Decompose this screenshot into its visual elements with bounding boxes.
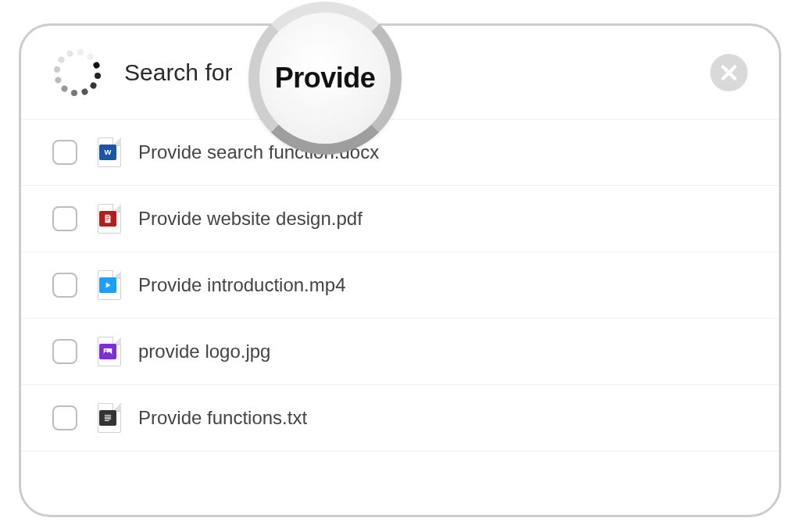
result-row[interactable]: provide logo.jpg <box>21 319 779 385</box>
svg-point-2 <box>105 349 107 351</box>
filename: Provide website design.pdf <box>138 208 362 230</box>
filename: provide logo.jpg <box>138 341 270 362</box>
filename: Provide search function.docx <box>138 141 379 163</box>
word-file-icon: W <box>98 137 121 167</box>
filename: Provide functions.txt <box>138 407 307 429</box>
result-row[interactable]: Provide website design.pdf <box>21 186 779 252</box>
video-file-icon <box>98 270 121 300</box>
search-label: Search for <box>124 59 232 86</box>
result-row[interactable]: Provide introduction.mp4 <box>21 252 779 319</box>
select-checkbox[interactable] <box>52 405 77 430</box>
select-checkbox[interactable] <box>52 339 77 364</box>
loading-spinner-icon <box>52 48 102 98</box>
close-button[interactable] <box>710 54 748 91</box>
text-file-icon <box>98 403 121 433</box>
search-panel: Search for W Provide search function.doc… <box>19 23 781 517</box>
close-icon <box>719 62 739 83</box>
result-row[interactable]: W Provide search function.docx <box>21 120 779 186</box>
results-list: W Provide search function.docx Provide w… <box>21 120 779 452</box>
select-checkbox[interactable] <box>52 273 77 298</box>
svg-text:W: W <box>105 148 112 156</box>
filename: Provide introduction.mp4 <box>138 274 345 296</box>
select-checkbox[interactable] <box>52 140 77 165</box>
select-checkbox[interactable] <box>52 206 77 231</box>
result-row[interactable]: Provide functions.txt <box>21 385 779 452</box>
search-header: Search for <box>21 26 779 120</box>
pdf-file-icon <box>98 204 121 234</box>
image-file-icon <box>98 337 121 366</box>
